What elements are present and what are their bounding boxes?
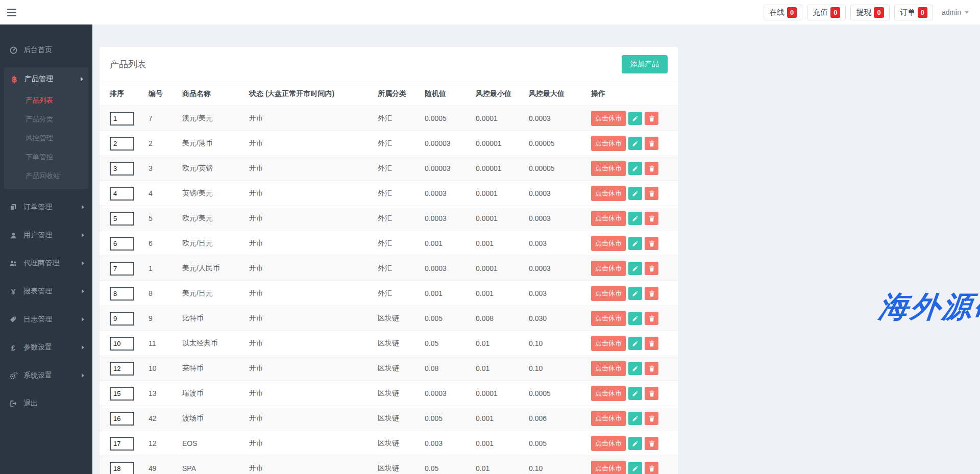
edit-button[interactable]	[628, 162, 642, 175]
sort-input[interactable]	[110, 212, 134, 226]
agents-icon	[8, 259, 18, 267]
delete-button[interactable]	[645, 137, 658, 150]
chevron-right-icon	[81, 77, 83, 81]
edit-button[interactable]	[628, 387, 642, 400]
edit-button[interactable]	[628, 112, 642, 125]
cell-id: 49	[144, 456, 178, 474]
sidebar-item-logout[interactable]: 退出	[0, 393, 92, 414]
orders-stat-button[interactable]: 订单 0	[894, 5, 933, 20]
sidebar-subitem-product-recycle[interactable]: 产品回收站	[4, 166, 88, 185]
sort-input[interactable]	[110, 287, 134, 301]
delete-button[interactable]	[645, 212, 658, 225]
delete-button[interactable]	[645, 287, 658, 300]
delete-button[interactable]	[645, 462, 658, 474]
sidebar-subitem-order-control[interactable]: 下单管控	[4, 147, 88, 166]
close-market-button[interactable]: 点击休市	[591, 161, 626, 176]
cell-status: 开市	[245, 331, 374, 356]
yen-icon: ¥	[8, 287, 18, 296]
sort-input[interactable]	[110, 137, 134, 151]
sidebar-subitem-product-list[interactable]: 产品列表	[4, 91, 88, 110]
edit-button[interactable]	[628, 312, 642, 325]
sidebar-item-product-management[interactable]: ฿ 产品管理	[4, 67, 88, 91]
edit-icon	[632, 415, 639, 422]
edit-button[interactable]	[628, 287, 642, 300]
sidebar-item-order-management[interactable]: 订单管理	[0, 197, 92, 217]
cell-risk-max: 0.00005	[525, 156, 587, 181]
cell-risk-max: 0.0003	[525, 106, 587, 131]
delete-button[interactable]	[645, 162, 658, 175]
cell-risk-min: 0.001	[472, 406, 525, 431]
sidebar-subitem-product-category[interactable]: 产品分类	[4, 110, 88, 129]
online-stat-button[interactable]: 在线 0	[764, 5, 802, 20]
edit-button[interactable]	[628, 437, 642, 450]
cell-status: 开市	[245, 281, 374, 306]
admin-user-dropdown[interactable]: admin	[938, 6, 973, 18]
edit-button[interactable]	[628, 237, 642, 250]
sidebar-item-report-management[interactable]: ¥ 报表管理	[0, 281, 92, 302]
edit-button[interactable]	[628, 462, 642, 474]
sidebar-item-log-management[interactable]: 日志管理	[0, 309, 92, 330]
sidebar-item-agent-management[interactable]: 代理商管理	[0, 253, 92, 273]
sort-input[interactable]	[110, 187, 134, 201]
delete-button[interactable]	[645, 187, 658, 200]
cell-name: 澳元/美元	[178, 106, 245, 131]
close-market-button[interactable]: 点击休市	[591, 236, 626, 251]
sort-input[interactable]	[110, 362, 134, 376]
edit-button[interactable]	[628, 337, 642, 350]
close-market-button[interactable]: 点击休市	[591, 461, 626, 474]
close-market-button[interactable]: 点击休市	[591, 111, 626, 126]
cell-status: 开市	[245, 256, 374, 281]
delete-button[interactable]	[645, 362, 658, 375]
menu-toggle-icon[interactable]	[7, 6, 18, 19]
close-market-button[interactable]: 点击休市	[591, 211, 626, 226]
delete-button[interactable]	[645, 412, 658, 425]
sidebar-item-system-settings[interactable]: 系统设置	[0, 365, 92, 386]
close-market-button[interactable]: 点击休市	[591, 436, 626, 451]
delete-button[interactable]	[645, 237, 658, 250]
sort-input[interactable]	[110, 462, 134, 474]
edit-button[interactable]	[628, 362, 642, 375]
sort-input[interactable]	[110, 412, 134, 426]
delete-button[interactable]	[645, 387, 658, 400]
sidebar-subitem-risk-management[interactable]: 风控管理	[4, 129, 88, 147]
edit-button[interactable]	[628, 187, 642, 200]
edit-icon	[632, 165, 639, 172]
sort-input[interactable]	[110, 312, 134, 326]
sidebar-item-home[interactable]: 后台首页	[0, 40, 92, 60]
edit-button[interactable]	[628, 262, 642, 275]
delete-button[interactable]	[645, 262, 658, 275]
edit-button[interactable]	[628, 212, 642, 225]
sidebar-item-parameter-settings[interactable]: £ 参数设置	[0, 337, 92, 358]
close-market-button[interactable]: 点击休市	[591, 311, 626, 326]
sort-input[interactable]	[110, 112, 134, 126]
withdraw-stat-button[interactable]: 提现 0	[850, 5, 889, 20]
cell-random: 0.05	[421, 456, 472, 474]
delete-button[interactable]	[645, 112, 658, 125]
pound-icon: £	[8, 343, 18, 352]
sort-input[interactable]	[110, 162, 134, 176]
add-product-button[interactable]: 添加产品	[622, 55, 668, 73]
edit-button[interactable]	[628, 412, 642, 425]
sort-input[interactable]	[110, 262, 134, 276]
sidebar-item-user-management[interactable]: 用户管理	[0, 225, 92, 245]
cell-risk-max: 0.030	[525, 306, 587, 331]
close-market-button[interactable]: 点击休市	[591, 186, 626, 201]
sort-input[interactable]	[110, 237, 134, 251]
delete-button[interactable]	[645, 437, 658, 450]
close-market-button[interactable]: 点击休市	[591, 361, 626, 376]
close-market-button[interactable]: 点击休市	[591, 286, 626, 301]
recharge-stat-button[interactable]: 充值 0	[807, 5, 846, 20]
close-market-button[interactable]: 点击休市	[591, 136, 626, 151]
close-market-button[interactable]: 点击休市	[591, 386, 626, 401]
delete-button[interactable]	[645, 337, 658, 350]
close-market-button[interactable]: 点击休市	[591, 261, 626, 276]
close-market-button[interactable]: 点击休市	[591, 336, 626, 351]
edit-button[interactable]	[628, 137, 642, 150]
sort-input[interactable]	[110, 337, 134, 351]
delete-button[interactable]	[645, 312, 658, 325]
sort-input[interactable]	[110, 437, 134, 451]
cell-risk-min: 0.0001	[472, 206, 525, 231]
close-market-button[interactable]: 点击休市	[591, 411, 626, 426]
sort-input[interactable]	[110, 387, 134, 401]
trash-icon	[649, 390, 655, 397]
